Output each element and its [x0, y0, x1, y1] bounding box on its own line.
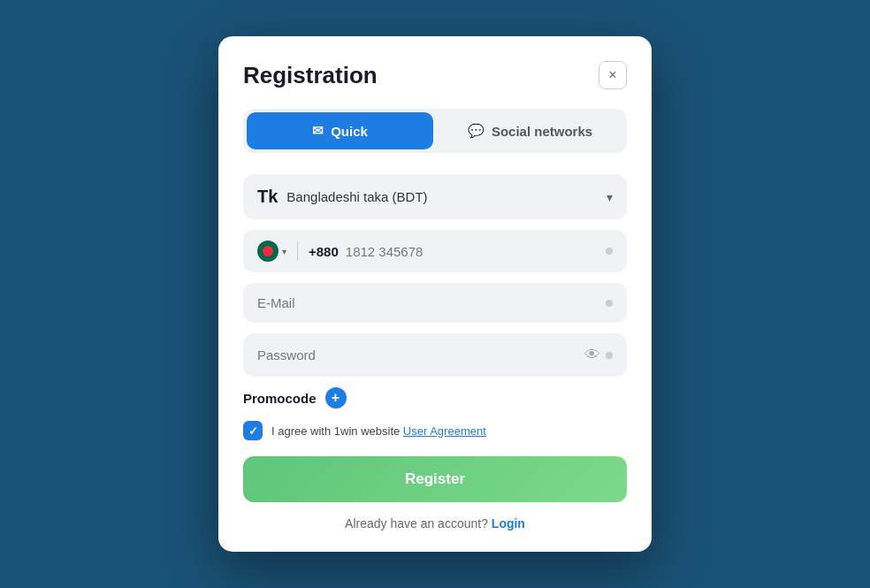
email-field-wrapper	[243, 283, 627, 323]
eye-icon[interactable]: 👁	[584, 346, 600, 364]
bd-flag-red-circle	[263, 246, 273, 256]
agreement-row: ✓ I agree with 1win website User Agreeme…	[243, 421, 627, 440]
password-input[interactable]	[257, 347, 584, 363]
agree-checkbox[interactable]: ✓	[243, 421, 263, 440]
phone-required-dot	[606, 248, 613, 255]
email-tab-icon: ✉	[312, 123, 324, 139]
password-field-wrapper: 👁	[243, 333, 627, 377]
currency-select[interactable]: Tk Bangladeshi taka (BDT) ▾	[243, 174, 627, 219]
phone-field: ▾ +880	[243, 230, 627, 272]
tab-social[interactable]: 💬 Social networks	[437, 112, 623, 149]
chevron-down-icon: ▾	[607, 190, 613, 204]
email-group	[243, 283, 627, 323]
promocode-row: Promocode +	[243, 387, 627, 409]
phone-divider	[297, 241, 298, 261]
password-required-dot	[606, 352, 613, 359]
flag-chevron-icon: ▾	[282, 247, 286, 256]
password-group: 👁	[243, 333, 627, 377]
close-button[interactable]: ×	[599, 61, 627, 89]
agree-text: I agree with 1win website User Agreement	[271, 424, 486, 438]
register-button[interactable]: Register	[243, 456, 627, 502]
phone-input[interactable]	[346, 244, 599, 259]
social-tab-icon: 💬	[468, 123, 485, 139]
phone-group: ▾ +880	[243, 230, 627, 272]
registration-modal: Registration × ✉ Quick 💬 Social networks…	[218, 36, 652, 552]
modal-title: Registration	[243, 62, 378, 89]
currency-group: Tk Bangladeshi taka (BDT) ▾	[243, 174, 627, 219]
login-row: Already have an account? Login	[243, 516, 627, 531]
email-input[interactable]	[257, 295, 606, 310]
promocode-label: Promocode	[243, 391, 317, 406]
tab-quick-label: Quick	[331, 124, 368, 139]
tab-row: ✉ Quick 💬 Social networks	[243, 109, 627, 153]
add-promocode-button[interactable]: +	[325, 387, 347, 409]
currency-symbol: Tk	[257, 187, 278, 207]
already-account-text: Already have an account?	[345, 516, 488, 531]
tab-social-label: Social networks	[492, 124, 592, 139]
bd-flag	[257, 241, 279, 262]
login-link[interactable]: Login	[492, 516, 525, 531]
user-agreement-link[interactable]: User Agreement	[403, 424, 486, 438]
currency-label: Bangladeshi taka (BDT)	[286, 189, 607, 204]
modal-overlay: Registration × ✉ Quick 💬 Social networks…	[218, 36, 652, 552]
email-required-dot	[606, 300, 613, 307]
modal-header: Registration ×	[243, 61, 627, 89]
checkmark-icon: ✓	[248, 424, 258, 438]
country-flag-selector[interactable]: ▾	[257, 241, 286, 262]
phone-code: +880	[309, 244, 339, 259]
agree-text-content: I agree with 1win website	[271, 424, 403, 438]
tab-quick[interactable]: ✉ Quick	[247, 112, 433, 149]
